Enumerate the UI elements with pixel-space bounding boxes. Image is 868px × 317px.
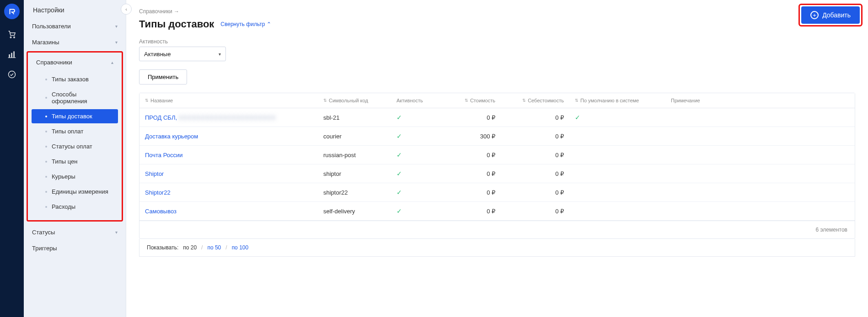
cell-self-cost: 0 ₽ [501, 202, 569, 220]
check-icon: ✓ [396, 207, 402, 215]
activity-select[interactable]: Активные ▾ [139, 47, 226, 61]
cell-note [665, 131, 855, 142]
sub-item-units[interactable]: Единицы измерения [32, 185, 118, 199]
sub-item-couriers[interactable]: Курьеры [32, 169, 118, 184]
sub-item-delivery-types[interactable]: Типы доставок [32, 109, 118, 123]
plus-circle-icon: + [810, 11, 819, 19]
sidebar-item-label: Триггеры [32, 245, 57, 252]
analytics-icon[interactable] [7, 49, 17, 59]
app-logo[interactable] [4, 4, 20, 19]
cell-self-cost: 0 ₽ [501, 165, 569, 183]
cell-name[interactable]: ПРОД СБЛ, XXXXXXXXXXXXXXXXXXXXXX [139, 109, 318, 127]
chevron-down-icon: ▾ [115, 24, 118, 29]
cell-name[interactable]: Shiptor22 [139, 184, 318, 201]
sub-item-label: Способы оформления [52, 91, 113, 105]
sub-item-price-types[interactable]: Типы цен [32, 154, 118, 169]
cell-cost: 0 ₽ [441, 165, 501, 183]
breadcrumb[interactable]: Справочники → [139, 8, 855, 15]
sub-item-label: Типы цен [52, 158, 77, 165]
sub-item-order-types[interactable]: Типы заказов [32, 72, 118, 86]
bullet-icon [45, 79, 47, 80]
cell-default: ✓ [569, 108, 665, 127]
apply-button[interactable]: Применить [139, 69, 187, 85]
sub-item-expenses[interactable]: Расходы [32, 200, 118, 214]
cell-code: shiptor22 [318, 184, 391, 201]
sub-item-label: Типы оплат [52, 128, 83, 135]
collapse-filter-toggle[interactable]: Свернуть фильтр ⌃ [220, 21, 271, 27]
pager-100[interactable]: по 100 [232, 244, 249, 251]
sidebar-item-stores[interactable]: Магазины ▾ [24, 34, 126, 50]
sidebar-title: Настройки [24, 0, 126, 18]
cell-self-cost: 0 ₽ [501, 109, 569, 127]
pager-50[interactable]: по 50 [207, 244, 221, 251]
svg-rect-5 [8, 58, 16, 58]
annotation-highlight: + Добавить [798, 4, 863, 26]
svg-point-6 [9, 71, 16, 78]
check-icon: ✓ [575, 114, 580, 121]
cell-active: ✓ [391, 108, 441, 127]
bullet-icon [45, 116, 47, 117]
table-row: ПРОД СБЛ, XXXXXXXXXXXXXXXXXXXXXX sbl-21 … [139, 108, 855, 127]
col-code[interactable]: Символьный код [318, 93, 391, 108]
cell-code: shiptor [318, 165, 391, 183]
cell-code: courier [318, 127, 391, 145]
cell-note [665, 168, 855, 179]
sidebar-item-triggers[interactable]: Триггеры [24, 240, 126, 256]
table-row: Shiptor shiptor ✓ 0 ₽ 0 ₽ [139, 164, 855, 183]
annotation-highlight: Справочники ▴ Типы заказов Способы оформ… [27, 51, 123, 222]
col-self-cost[interactable]: Себестоимость [501, 93, 569, 108]
cell-note [665, 187, 855, 198]
cell-cost: 0 ₽ [441, 202, 501, 220]
bullet-icon [45, 146, 47, 148]
caret-down-icon: ▾ [219, 52, 221, 57]
add-button[interactable]: + Добавить [801, 6, 860, 24]
sub-item-label: Типы доставок [52, 113, 92, 120]
table-row: Доставка курьером courier ✓ 300 ₽ 0 ₽ [139, 127, 855, 146]
sub-item-payment-statuses[interactable]: Статусы оплат [32, 139, 118, 153]
sub-item-order-methods[interactable]: Способы оформления [32, 87, 118, 108]
sidebar-item-label: Магазины [32, 39, 59, 46]
cart-icon[interactable] [7, 29, 17, 39]
cell-default [569, 187, 665, 198]
cell-name[interactable]: Самовывоз [139, 202, 318, 220]
cell-name[interactable]: Shiptor [139, 165, 318, 183]
col-cost[interactable]: Стоимость [441, 93, 501, 108]
cell-code: russian-post [318, 146, 391, 164]
pager-label: Показывать: [147, 244, 178, 251]
filter-toggle-label: Свернуть фильтр [220, 21, 265, 27]
sub-item-payment-types[interactable]: Типы оплат [32, 124, 118, 138]
sub-item-label: Единицы измерения [52, 188, 108, 195]
cell-self-cost: 0 ₽ [501, 184, 569, 201]
bullet-icon [45, 176, 47, 178]
main-content: Справочники → Типы доставок Свернуть фил… [126, 0, 868, 317]
sidebar-item-label: Справочники [36, 59, 72, 66]
cell-note [665, 206, 855, 217]
check-circle-icon[interactable] [7, 69, 17, 79]
page-title: Типы доставок [139, 18, 214, 30]
cell-code: self-delivery [318, 202, 391, 220]
sidebar-item-statuses[interactable]: Статусы ▾ [24, 224, 126, 240]
sub-item-label: Типы заказов [52, 76, 89, 83]
redacted-text: XXXXXXXXXXXXXXXXXXXXXX [179, 114, 276, 121]
cell-note [665, 112, 855, 123]
sidebar-item-references[interactable]: Справочники ▴ [28, 54, 122, 70]
cell-name[interactable]: Доставка курьером [139, 127, 318, 145]
bullet-icon [45, 191, 47, 193]
delivery-types-table: Название Символьный код Активность Стоим… [139, 93, 855, 239]
cell-active: ✓ [391, 164, 441, 183]
table-row: Почта России russian-post ✓ 0 ₽ 0 ₽ [139, 146, 855, 164]
cell-active: ✓ [391, 146, 441, 164]
check-icon: ✓ [396, 189, 402, 196]
settings-sidebar: Настройки Пользователи ▾ Магазины ▾ Спра… [24, 0, 126, 317]
col-name[interactable]: Название [139, 93, 318, 108]
check-icon: ✓ [396, 132, 402, 140]
cell-default [569, 206, 665, 217]
sidebar-submenu: Типы заказов Способы оформления Типы дос… [28, 70, 122, 217]
col-default[interactable]: По умолчанию в системе [569, 93, 665, 108]
check-icon: ✓ [396, 151, 402, 158]
sub-item-label: Курьеры [52, 173, 75, 180]
cell-code: sbl-21 [318, 109, 391, 127]
cell-name[interactable]: Почта России [139, 146, 318, 164]
pager-20[interactable]: по 20 [183, 244, 197, 251]
sidebar-item-users[interactable]: Пользователи ▾ [24, 18, 126, 34]
